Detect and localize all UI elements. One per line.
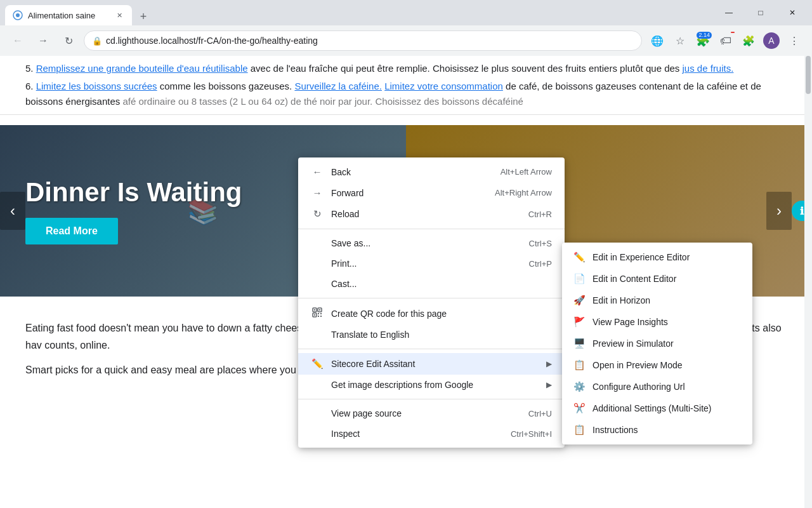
experience-editor-label: Edit in Experience Editor	[593, 252, 690, 262]
submenu-horizon[interactable]: 🚀 Edit in Horizon	[562, 290, 752, 311]
extension-badge: 2.14	[697, 32, 712, 39]
context-menu-reload[interactable]: ↻ Reload Ctrl+R	[298, 203, 565, 225]
submenu-instructions[interactable]: 📋 Instructions	[562, 419, 752, 441]
carousel-next-button[interactable]: ›	[766, 192, 792, 230]
window-controls: — □ ✕	[714, 3, 807, 23]
submenu-content-editor[interactable]: 📄 Edit in Content Editor	[562, 268, 752, 290]
submenu-configure-authoring[interactable]: ⚙️ Configure Authoring Url	[562, 376, 752, 398]
link-surveillez[interactable]: Surveillez la caféine.	[294, 81, 382, 91]
preview-simulator-label: Preview in Simulator	[593, 338, 674, 349]
additional-settings-label: Additional Settings (Multi-Site)	[593, 403, 712, 413]
title-bar: Alimentation saine ✕ + — □ ✕	[0, 0, 812, 25]
context-menu-translate[interactable]: Translate to English	[298, 324, 565, 345]
experience-editor-icon: ✏️	[572, 251, 586, 263]
carousel-prev-button[interactable]: ‹	[0, 192, 25, 230]
submenu-additional-settings[interactable]: ✂️ Additional Settings (Multi-Site)	[562, 398, 752, 419]
submenu-preview-simulator[interactable]: 🖥️ Preview in Simulator	[562, 333, 752, 354]
reload-menu-icon: ↻	[311, 208, 324, 220]
profile-avatar[interactable]: A	[761, 30, 782, 51]
read-more-button[interactable]: Read More	[25, 218, 118, 244]
active-tab[interactable]: Alimentation saine ✕	[5, 5, 132, 25]
sitecore-submenu: ✏️ Edit in Experience Editor 📄 Edit in C…	[562, 243, 752, 444]
context-menu-back[interactable]: ← Back Alt+Left Arrow	[298, 161, 565, 182]
save-label: Save as...	[331, 238, 370, 248]
url-text: cd.lighthouse.localhost/fr-CA/on-the-go/…	[106, 36, 634, 46]
forward-label: Forward	[331, 188, 363, 198]
instructions-label: Instructions	[593, 425, 638, 435]
more-menu-button[interactable]: ⋮	[784, 30, 804, 51]
chrome-frame: Alimentation saine ✕ + — □ ✕ ← → ↻ 🔒 cd.…	[0, 0, 812, 56]
preview-mode-label: Open in Preview Mode	[593, 360, 683, 370]
text-item-5: 5. Remplissez une grande bouteille d'eau…	[25, 61, 787, 76]
scrollbar-thumb[interactable]	[806, 56, 811, 94]
configure-authoring-icon: ⚙️	[572, 381, 586, 392]
image-desc-arrow-icon: ▶	[546, 380, 552, 389]
toolbar-icons: 🌐 ☆ 🧩 2.14 🏷 🧩 A ⋮	[647, 30, 804, 51]
source-shortcut: Ctrl+U	[528, 409, 552, 418]
link-bouteille[interactable]: Remplissez une grande bouteille d'eau ré…	[36, 63, 248, 74]
page-insights-label: View Page Insights	[593, 317, 668, 327]
puzzle-icon[interactable]: 🧩	[738, 30, 759, 51]
qr-label: Create QR code for this page	[331, 309, 447, 319]
sitecore-menu-icon: ✏️	[311, 358, 324, 370]
context-menu-inspect[interactable]: Inspect Ctrl+Shift+I	[298, 424, 565, 444]
inspect-label: Inspect	[331, 429, 360, 439]
image-desc-label: Get image descriptions from Google	[331, 380, 473, 390]
preview-mode-icon: 📋	[572, 359, 586, 371]
tab-area: Alimentation saine ✕ +	[5, 0, 714, 25]
context-menu-save[interactable]: Save as... Ctrl+S	[298, 233, 565, 253]
back-label: Back	[331, 167, 351, 177]
extension-icon-2[interactable]: 🏷	[716, 30, 736, 51]
reload-label: Reload	[331, 209, 359, 219]
page-insights-icon: 🚩	[572, 316, 586, 328]
configure-authoring-label: Configure Authoring Url	[593, 382, 685, 392]
context-menu-forward[interactable]: → Forward Alt+Right Arrow	[298, 182, 565, 203]
context-menu-image-desc[interactable]: Get image descriptions from Google ▶	[298, 375, 565, 395]
context-menu-print[interactable]: Print... Ctrl+P	[298, 253, 565, 274]
link-limitez2[interactable]: Limitez votre consommation	[384, 81, 503, 91]
back-button[interactable]: ←	[8, 30, 28, 51]
new-tab-button[interactable]: +	[134, 8, 152, 25]
page-content: 5. Remplissez une grande bouteille d'eau…	[0, 56, 812, 508]
menu-divider-2	[298, 298, 565, 298]
bookmark-icon[interactable]: ☆	[670, 30, 690, 51]
menu-divider-3	[298, 349, 565, 349]
submenu-page-insights[interactable]: 🚩 View Page Insights	[562, 311, 752, 333]
text-item-6: 6. Limitez les boissons sucrées comme le…	[25, 79, 787, 109]
reload-shortcut: Ctrl+R	[528, 210, 552, 219]
sitecore-label: Sitecore Edit Assitant	[331, 359, 415, 369]
horizon-icon: 🚀	[572, 295, 586, 306]
forward-button[interactable]: →	[33, 30, 53, 51]
menu-divider-1	[298, 229, 565, 229]
link-jus[interactable]: jus de fruits.	[683, 63, 734, 74]
forward-shortcut: Alt+Right Arrow	[495, 188, 552, 197]
context-menu-cast[interactable]: Cast...	[298, 274, 565, 294]
tab-close-button[interactable]: ✕	[114, 10, 124, 20]
maximize-button[interactable]: □	[746, 3, 775, 23]
context-menu-qr[interactable]: Create QR code for this page	[298, 302, 565, 324]
carousel-overlay: Dinner Is Waiting Read More	[25, 177, 242, 244]
close-button[interactable]: ✕	[778, 3, 807, 23]
svg-rect-11	[320, 316, 322, 317]
forward-menu-icon: →	[311, 187, 324, 198]
print-shortcut: Ctrl+P	[529, 259, 552, 269]
reload-button[interactable]: ↻	[58, 30, 79, 51]
submenu-experience-editor[interactable]: ✏️ Edit in Experience Editor	[562, 246, 752, 268]
context-menu-sitecore[interactable]: ✏️ Sitecore Edit Assitant ▶	[298, 353, 565, 375]
svg-rect-6	[319, 309, 320, 311]
link-limitez1[interactable]: Limitez les boissons sucrées	[36, 81, 157, 91]
address-input[interactable]: 🔒 cd.lighthouse.localhost/fr-CA/on-the-g…	[84, 30, 642, 51]
separator	[0, 114, 812, 115]
preview-simulator-icon: 🖥️	[572, 338, 586, 349]
translate-icon[interactable]: 🌐	[647, 30, 667, 51]
content-editor-icon: 📄	[572, 273, 586, 284]
context-menu-source[interactable]: View page source Ctrl+U	[298, 403, 565, 424]
horizon-label: Edit in Horizon	[593, 295, 650, 305]
submenu-preview-mode[interactable]: 📋 Open in Preview Mode	[562, 354, 752, 376]
lock-icon: 🔒	[92, 36, 102, 46]
minimize-button[interactable]: —	[714, 3, 743, 23]
scrollbar[interactable]	[804, 56, 812, 508]
menu-divider-4	[298, 399, 565, 399]
extension-icon-1[interactable]: 🧩 2.14	[693, 30, 713, 51]
tab-title: Alimentation saine	[28, 11, 109, 20]
